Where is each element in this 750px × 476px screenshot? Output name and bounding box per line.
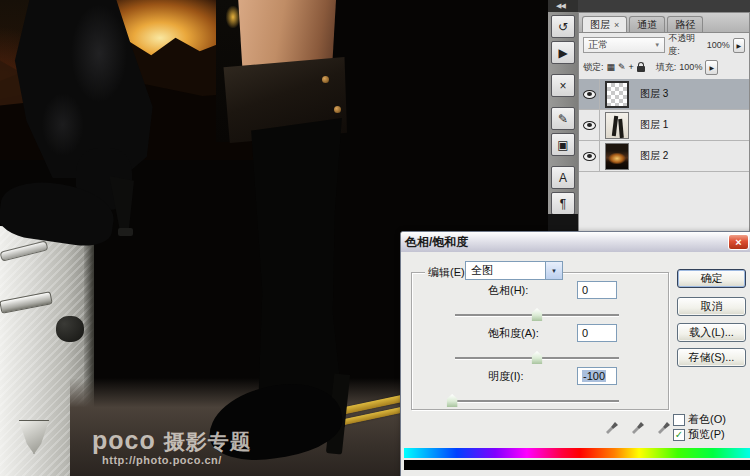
colorize-checkbox[interactable]: 着色(O) — [673, 412, 726, 427]
eyedropper-subtract-icon[interactable] — [656, 418, 672, 434]
dialog-titlebar[interactable]: 色相/饱和度 × — [401, 232, 750, 252]
hue-saturation-dialog: 色相/饱和度 × 编辑(E): 全图 ▼ 色相(H): 0 饱和度(A): 0 … — [400, 231, 750, 476]
lock-all-icon[interactable] — [637, 66, 645, 72]
brush-icon: ✎ — [558, 112, 568, 126]
paragraph-icon: ¶ — [560, 197, 566, 211]
lock-transparency-icon[interactable]: ▦ — [607, 62, 616, 72]
watermark-logo: poco — [92, 426, 156, 454]
edit-channel-select[interactable]: 全图 ▼ — [465, 261, 563, 280]
lock-paint-icon[interactable]: ✎ — [618, 62, 626, 72]
tab-layers[interactable]: 图层 × — [582, 16, 627, 32]
lightness-slider-thumb[interactable] — [447, 394, 458, 407]
panel-dock-strip: ↺ ▶ × ✎ ▣ A ¶ — [548, 12, 578, 232]
case-corner-protector — [56, 316, 84, 342]
left-boot-heel-tip — [118, 228, 133, 236]
saturation-slider[interactable] — [455, 350, 619, 364]
hue-input[interactable]: 0 — [577, 281, 617, 299]
lightness-slider[interactable] — [447, 393, 619, 407]
dialog-title: 色相/饱和度 — [405, 234, 468, 251]
layer-name: 图层 1 — [640, 118, 668, 132]
layer-thumbnail-sunset[interactable] — [605, 143, 629, 170]
clone-source-panel-button[interactable]: ▣ — [551, 133, 575, 156]
eyedropper-icon[interactable] — [604, 418, 620, 434]
watermark-url: http://photo.poco.cn/ — [102, 455, 252, 466]
close-button[interactable]: × — [728, 234, 749, 250]
preview-checkbox[interactable]: ✓ 预览(P) — [673, 427, 725, 442]
sunset-glint — [226, 6, 240, 28]
lock-move-icon[interactable]: + — [629, 62, 634, 72]
watermark: poco 摄影专题 http://photo.poco.cn/ — [92, 428, 252, 466]
panel-group-header — [578, 0, 750, 12]
opacity-value[interactable]: 100% — [707, 40, 730, 50]
tool-presets-panel-button[interactable]: × — [551, 74, 575, 97]
lightness-label: 明度(I): — [485, 369, 526, 384]
ok-button[interactable]: 确定 — [677, 269, 746, 288]
clone-stamp-icon: ▣ — [557, 138, 568, 152]
history-panel-button[interactable]: ↺ — [551, 15, 575, 38]
saturation-slider-thumb[interactable] — [532, 351, 543, 364]
visibility-toggle[interactable] — [579, 79, 600, 109]
visibility-toggle[interactable] — [579, 141, 600, 171]
cuff-button-1 — [322, 76, 329, 83]
eye-icon — [583, 121, 596, 130]
opacity-popup-button[interactable]: ▶ — [733, 38, 745, 53]
hue-label: 色相(H): — [485, 283, 531, 298]
hue-slider[interactable] — [455, 307, 619, 321]
fill-popup-button[interactable]: ▶ — [705, 60, 718, 75]
photoshop-workspace: poco 摄影专题 http://photo.poco.cn/ ◀◀ ↺ ▶ ×… — [0, 0, 750, 476]
scissors-icon: × — [559, 79, 566, 93]
checkbox-checked-box[interactable]: ✓ — [673, 429, 685, 441]
lock-label: 锁定: — [583, 61, 604, 74]
layer-row-1[interactable]: 图层 1 — [579, 110, 749, 141]
blend-mode-select[interactable]: 正常 ▼ — [583, 37, 665, 53]
close-icon: × — [735, 237, 741, 248]
chevron-down-icon: ▼ — [551, 268, 557, 274]
lock-fill-row: 锁定: ▦ ✎ + 填充: 100% ▶ — [579, 56, 749, 78]
layer-name: 图层 3 — [640, 87, 668, 101]
layer-row-3[interactable]: 图层 3 — [579, 79, 749, 110]
panel-tab-bar: 图层 × 通道 路径 — [578, 12, 750, 32]
watermark-text: 摄影专题 — [164, 430, 252, 453]
eye-icon — [583, 152, 596, 161]
history-icon: ↺ — [558, 20, 568, 34]
eyedropper-add-icon[interactable] — [630, 418, 646, 434]
paragraph-panel-button[interactable]: ¶ — [551, 192, 575, 215]
hue-slider-thumb[interactable] — [532, 308, 543, 321]
dropdown-arrow-button[interactable]: ▼ — [545, 262, 562, 279]
checkbox-box[interactable] — [673, 414, 685, 426]
adjusted-spectrum-bar — [404, 460, 750, 470]
opacity-label: 不透明度: — [668, 32, 704, 58]
cuff-button-2 — [334, 106, 341, 113]
layer-row-2[interactable]: 图层 2 — [579, 141, 749, 172]
blend-opacity-row: 正常 ▼ 不透明度: 100% ▶ — [579, 34, 749, 56]
colorize-label: 着色(O) — [688, 412, 726, 427]
check-icon: ✓ — [675, 430, 683, 440]
chevron-down-icon: ▼ — [654, 42, 660, 48]
collapse-dock-icon: ◀◀ — [556, 2, 565, 9]
brushes-panel-button[interactable]: ✎ — [551, 107, 575, 130]
actions-panel-button[interactable]: ▶ — [551, 41, 575, 64]
saturation-input[interactable]: 0 — [577, 324, 617, 342]
layers-panel: 正常 ▼ 不透明度: 100% ▶ 锁定: ▦ ✎ + 填充: 100% ▶ — [578, 32, 750, 232]
layer-name: 图层 2 — [640, 149, 668, 163]
character-panel-button[interactable]: A — [551, 166, 575, 189]
saturation-label: 饱和度(A): — [485, 326, 542, 341]
fill-value[interactable]: 100% — [679, 62, 702, 72]
adjustment-groupbox — [411, 272, 669, 410]
eye-icon — [583, 90, 596, 99]
layer-thumbnail-transparent[interactable] — [605, 81, 629, 108]
tab-channels[interactable]: 通道 — [629, 16, 665, 32]
tab-close-icon[interactable]: × — [614, 20, 619, 30]
lightness-input[interactable]: -100 — [577, 367, 617, 385]
tab-paths[interactable]: 路径 — [667, 16, 703, 32]
character-icon: A — [559, 171, 567, 185]
load-button[interactable]: 载入(L)... — [677, 323, 746, 342]
preview-label: 预览(P) — [688, 427, 725, 442]
layer-thumbnail-legs[interactable] — [605, 112, 629, 139]
cancel-button[interactable]: 取消 — [677, 297, 746, 316]
hue-spectrum-bar — [404, 448, 750, 458]
save-button[interactable]: 存储(S)... — [677, 348, 746, 367]
play-icon: ▶ — [558, 46, 567, 60]
popup-arrow-icon: ▶ — [737, 42, 742, 49]
visibility-toggle[interactable] — [579, 110, 600, 140]
